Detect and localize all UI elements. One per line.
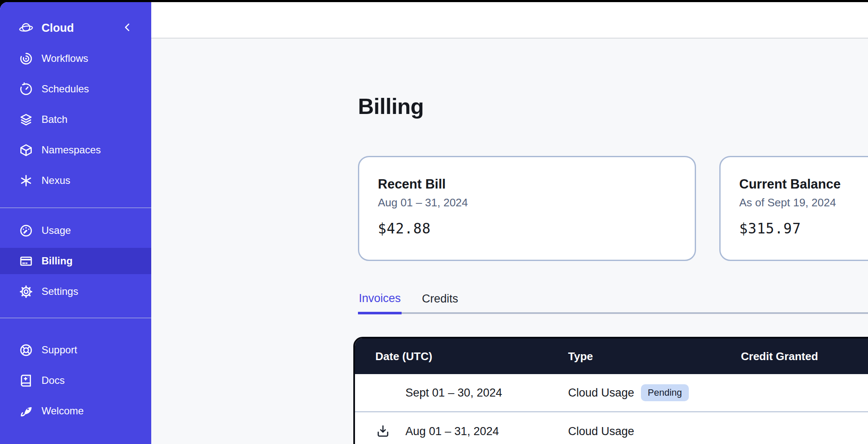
- invoice-date: Sept 01 – 30, 2024: [405, 386, 502, 400]
- billing-page: Billing Recent Bill Aug 01 – 31, 2024 $4…: [151, 39, 868, 444]
- sidebar: Cloud Workflows: [0, 2, 151, 444]
- sidebar-item-label: Settings: [42, 286, 78, 297]
- current-balance-card: Current Balance As of Sept 19, 2024 $315…: [719, 156, 868, 261]
- batch-icon: [19, 112, 33, 127]
- date-cell: Aug 01 – 31, 2024: [375, 424, 568, 439]
- tab-credits[interactable]: Credits: [421, 284, 459, 312]
- nexus-icon: [19, 173, 33, 188]
- download-icon[interactable]: [375, 424, 391, 439]
- usage-icon: [19, 223, 33, 238]
- sidebar-item-label: Docs: [42, 375, 65, 386]
- settings-icon: [19, 284, 33, 299]
- card-amount: $42.88: [378, 220, 676, 237]
- invoice-type: Cloud Usage: [568, 425, 634, 438]
- sidebar-item-schedules[interactable]: Schedules: [0, 76, 151, 102]
- app-window: Cloud Workflows: [0, 2, 868, 444]
- workflows-icon: [19, 51, 33, 66]
- sidebar-item-nexus[interactable]: Nexus: [0, 167, 151, 194]
- schedules-icon: [19, 82, 33, 96]
- billing-icon: [19, 254, 33, 268]
- card-title: Recent Bill: [378, 177, 676, 192]
- column-header-credit-granted: Credit Granted: [741, 350, 868, 363]
- namespaces-icon: [19, 143, 33, 157]
- top-bar: [151, 2, 868, 39]
- tab-invoices[interactable]: Invoices: [358, 284, 402, 314]
- billing-tabs: Invoices Credits: [358, 284, 868, 314]
- docs-icon: [19, 373, 33, 388]
- sidebar-collapse-button[interactable]: [122, 22, 133, 35]
- invoice-date: Aug 01 – 31, 2024: [405, 425, 499, 438]
- sidebar-item-label: Welcome: [42, 405, 84, 417]
- sidebar-item-label: Batch: [42, 114, 67, 125]
- status-badge: Pending: [641, 384, 689, 401]
- table-row[interactable]: Sept 01 – 30, 2024 Cloud Usage Pending: [355, 374, 868, 412]
- invoice-type: Cloud Usage: [568, 386, 634, 400]
- sidebar-item-workflows[interactable]: Workflows: [0, 45, 151, 72]
- sidebar-item-welcome[interactable]: Welcome: [0, 398, 151, 424]
- sidebar-item-label: Workflows: [42, 53, 88, 64]
- invoices-table: Date (UTC) Type Credit Granted Sept 01 –…: [353, 337, 868, 444]
- sidebar-item-billing[interactable]: Billing: [0, 248, 151, 274]
- temporal-cloud-logo: [19, 21, 33, 35]
- sidebar-item-settings[interactable]: Settings: [0, 278, 151, 305]
- sidebar-item-label: Support: [42, 344, 77, 356]
- sidebar-item-label: Schedules: [42, 83, 89, 95]
- type-cell: Cloud Usage: [568, 425, 741, 438]
- column-header-date: Date (UTC): [375, 350, 568, 363]
- type-cell: Cloud Usage Pending: [568, 384, 741, 401]
- sidebar-item-namespaces[interactable]: Namespaces: [0, 137, 151, 163]
- sidebar-item-label: Namespaces: [42, 144, 101, 156]
- page-title: Billing: [358, 94, 424, 119]
- card-amount: $315.97: [739, 220, 868, 237]
- sidebar-item-label: Nexus: [42, 175, 70, 186]
- sidebar-brand[interactable]: Cloud: [0, 15, 151, 41]
- sidebar-item-docs[interactable]: Docs: [0, 367, 151, 394]
- sidebar-item-batch[interactable]: Batch: [0, 106, 151, 133]
- sidebar-item-label: Usage: [42, 225, 71, 236]
- sidebar-brand-label: Cloud: [42, 22, 74, 35]
- welcome-icon: [19, 404, 33, 418]
- sidebar-item-support[interactable]: Support: [0, 337, 151, 363]
- summary-cards: Recent Bill Aug 01 – 31, 2024 $42.88 Cur…: [358, 156, 868, 261]
- date-cell: Sept 01 – 30, 2024: [375, 386, 568, 400]
- card-title: Current Balance: [739, 177, 868, 192]
- sidebar-divider: [0, 318, 151, 318]
- sidebar-divider: [0, 208, 151, 208]
- column-header-type: Type: [568, 350, 741, 363]
- table-row[interactable]: Aug 01 – 31, 2024 Cloud Usage: [355, 412, 868, 444]
- download-icon-slot: [375, 424, 405, 439]
- support-icon: [19, 343, 33, 357]
- chevron-left-icon: [122, 22, 133, 35]
- sidebar-item-label: Billing: [42, 255, 72, 267]
- table-header: Date (UTC) Type Credit Granted: [355, 339, 868, 374]
- card-subtitle: Aug 01 – 31, 2024: [378, 196, 676, 209]
- recent-bill-card: Recent Bill Aug 01 – 31, 2024 $42.88: [358, 156, 696, 261]
- main-area: Billing Recent Bill Aug 01 – 31, 2024 $4…: [151, 2, 868, 444]
- sidebar-item-usage[interactable]: Usage: [0, 217, 151, 244]
- card-subtitle: As of Sept 19, 2024: [739, 196, 868, 209]
